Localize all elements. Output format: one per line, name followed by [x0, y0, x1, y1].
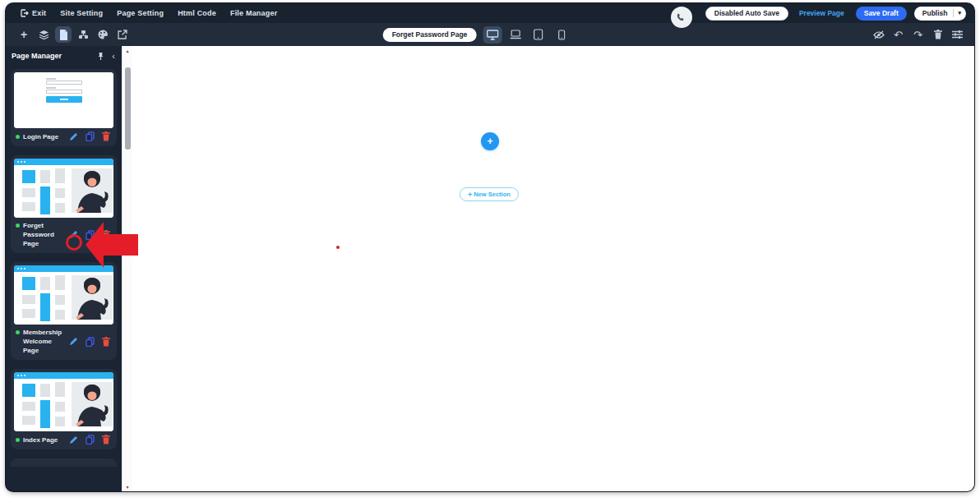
widgets-icon — [78, 30, 89, 39]
trash-red-icon — [102, 435, 110, 444]
layers-icon — [39, 30, 49, 40]
toolbar: + Forget Password Page ↶ ↷ — [6, 23, 974, 46]
delete-page-button[interactable] — [102, 230, 110, 240]
publish-caret-icon[interactable]: ▾ — [958, 10, 961, 16]
trash-icon — [934, 30, 942, 39]
page-thumbnail — [14, 72, 113, 128]
menu-page-setting[interactable]: Page Setting — [117, 9, 164, 17]
page-thumbnail — [14, 159, 113, 218]
collapse-panel-button[interactable]: ‹ — [112, 52, 115, 61]
status-dot — [16, 330, 20, 334]
redo-icon: ↷ — [913, 30, 922, 40]
menu-html-code[interactable]: Html Code — [178, 9, 216, 17]
page-actions — [69, 337, 112, 347]
editor-canvas[interactable]: + + New Section — [132, 46, 974, 491]
page-manager-button[interactable] — [55, 26, 72, 43]
page-card-membership-welcome[interactable]: Membership Welcome Page — [11, 262, 117, 360]
device-laptop-button[interactable] — [506, 26, 525, 44]
settings-button[interactable] — [950, 26, 964, 43]
duplicate-page-button[interactable] — [86, 337, 95, 347]
page-card-partial[interactable] — [11, 458, 117, 467]
theme-button[interactable] — [95, 26, 111, 43]
laptop-icon — [509, 30, 521, 39]
save-draft-button[interactable]: Save Draft — [856, 7, 907, 21]
preview-page-link[interactable]: Preview Page — [799, 9, 844, 17]
page-card-index[interactable]: Index Page — [11, 369, 117, 449]
new-section-button[interactable]: + New Section — [460, 187, 519, 201]
status-dot — [16, 223, 20, 228]
pin-panel-button[interactable] — [97, 52, 104, 61]
delete-page-button[interactable] — [102, 435, 110, 444]
external-link-icon — [118, 30, 127, 39]
widgets-button[interactable] — [75, 26, 91, 43]
palette-icon — [98, 30, 109, 39]
delete-button[interactable] — [931, 26, 945, 43]
page-list: Login Page — [6, 66, 122, 491]
autosave-toggle-button[interactable]: Disabled Auto Save — [705, 7, 788, 21]
phone-support-button[interactable] — [671, 7, 692, 28]
scroll-down-button[interactable]: ▾ — [122, 484, 132, 490]
copy-icon — [86, 131, 95, 141]
menubar-right: Disabled Auto Save Preview Page Save Dra… — [671, 3, 966, 23]
chevron-left-icon: ‹ — [112, 52, 115, 61]
thumbnail-illustration — [72, 275, 113, 320]
delete-page-button[interactable] — [102, 131, 110, 141]
copy-icon — [86, 337, 95, 347]
page-actions — [69, 435, 112, 444]
copy-icon — [86, 435, 95, 444]
edit-page-button[interactable] — [69, 435, 78, 444]
panel-title: Page Manager — [12, 52, 90, 60]
add-block-button[interactable]: + — [481, 132, 499, 150]
delete-page-button[interactable] — [102, 337, 110, 347]
menu-file-manager[interactable]: File Manager — [230, 9, 277, 17]
page-thumbnail — [14, 265, 113, 325]
device-switcher — [483, 26, 571, 44]
scrollbar-thumb[interactable] — [125, 67, 131, 150]
current-page-title: Forget Password Page — [383, 28, 477, 42]
menu-site-setting[interactable]: Site Setting — [60, 9, 103, 17]
add-element-button[interactable]: + — [16, 26, 32, 43]
menu-exit[interactable]: Exit — [21, 9, 46, 17]
phone-icon — [676, 12, 686, 23]
sliders-icon — [952, 30, 963, 39]
page-label: Login Page — [16, 132, 69, 141]
page-manager-panel: Page Manager ‹ — [6, 46, 122, 491]
pencil-icon — [69, 337, 78, 346]
page-manager-header: Page Manager ‹ — [6, 46, 122, 66]
duplicate-page-button[interactable] — [86, 435, 95, 444]
sidebar-scrollbar[interactable]: ▴ ▾ — [122, 46, 132, 491]
eye-off-icon — [873, 30, 885, 39]
trash-red-icon — [102, 230, 110, 240]
page-actions — [69, 131, 112, 141]
hide-elements-button[interactable] — [871, 26, 885, 43]
thumbnail-illustration — [72, 168, 113, 213]
content-area: Page Manager ‹ — [6, 46, 974, 491]
export-button[interactable] — [114, 26, 131, 43]
duplicate-page-button[interactable] — [86, 230, 95, 240]
plus-icon: + — [21, 28, 27, 41]
edit-page-button[interactable] — [69, 337, 78, 346]
page-card-forget-password[interactable]: Forget Password Page — [11, 155, 117, 253]
desktop-icon — [486, 30, 498, 40]
trash-red-icon — [102, 131, 110, 141]
duplicate-page-button[interactable] — [86, 131, 95, 141]
page-thumbnail — [14, 372, 113, 431]
device-tablet-button[interactable] — [529, 26, 548, 44]
edit-page-button[interactable] — [69, 230, 78, 239]
undo-button[interactable]: ↶ — [891, 26, 905, 43]
undo-icon: ↶ — [894, 30, 903, 40]
scroll-up-button[interactable]: ▴ — [122, 48, 132, 53]
device-mobile-button[interactable] — [552, 26, 571, 44]
redo-button[interactable]: ↷ — [911, 26, 925, 43]
tablet-icon — [534, 29, 543, 40]
edit-page-button[interactable] — [69, 132, 78, 141]
device-desktop-button[interactable] — [483, 26, 502, 44]
publish-button[interactable]: Publish ▾ — [914, 7, 966, 21]
page-actions — [69, 230, 112, 240]
page-card-login[interactable]: Login Page — [11, 69, 117, 146]
cursor-mark — [336, 246, 340, 249]
exit-icon — [21, 9, 29, 17]
layers-button[interactable] — [35, 26, 52, 43]
pencil-icon — [69, 132, 78, 141]
pin-icon — [97, 52, 104, 61]
